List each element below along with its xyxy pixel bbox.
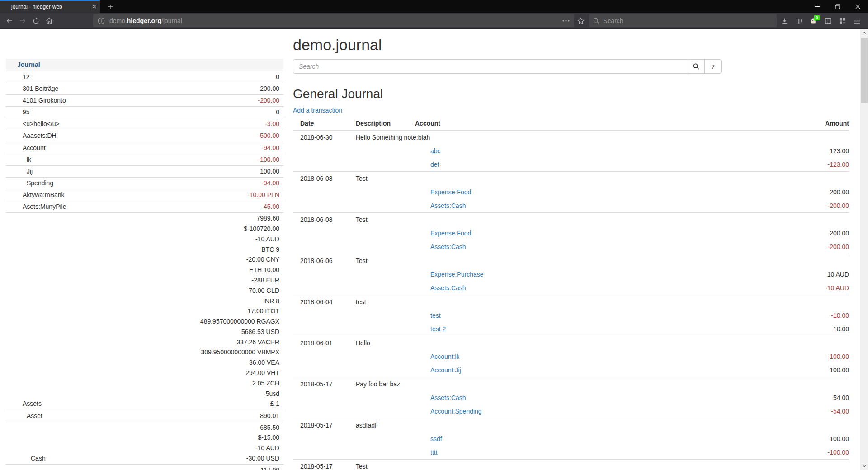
extension-icon[interactable]: 0 [807, 14, 820, 27]
transaction-title-row[interactable]: 2018-06-01Hello [293, 336, 849, 350]
journal-search-button[interactable] [688, 59, 705, 74]
balance-amount: 70.00 GLD [200, 286, 279, 296]
account-row[interactable]: lk-100.00 [6, 154, 283, 166]
close-button[interactable] [848, 0, 868, 13]
account-name[interactable]: 4101 Girokonto [6, 95, 66, 106]
account-row[interactable]: Aaasets:DH-500.00 [6, 130, 283, 142]
posting-row: Assets:Cash-200.00 [293, 199, 849, 212]
account-row[interactable]: -117.00 [6, 465, 283, 470]
transaction-title-row[interactable]: 2018-05-17Test [293, 460, 849, 470]
account-name[interactable]: lk [6, 155, 31, 165]
account-row[interactable]: 950 [6, 107, 283, 118]
posting-account-link[interactable]: Account:Jij [430, 367, 461, 374]
posting-account-link[interactable]: Expense:Food [430, 230, 471, 237]
account-name[interactable]: Cash [6, 453, 46, 464]
sidebar-toggle-icon[interactable] [821, 14, 835, 27]
posting-account-link[interactable]: ssdf [430, 435, 442, 442]
posting-account-link[interactable]: Assets:Cash [430, 202, 466, 209]
transaction-title-row[interactable]: 2018-06-08Test [293, 172, 849, 185]
toolbar-search-field[interactable]: Search [589, 14, 777, 27]
account-name[interactable]: Spending [6, 178, 53, 188]
scrollbar-thumb[interactable] [861, 38, 868, 103]
site-info-icon[interactable] [98, 17, 105, 24]
posting-account-link[interactable]: abc [430, 147, 441, 155]
account-row[interactable]: Spending-94.00 [6, 178, 283, 189]
add-transaction-link[interactable]: Add a transaction [293, 107, 342, 114]
new-tab-button[interactable] [104, 0, 118, 13]
tab-close-icon[interactable] [92, 5, 96, 9]
balance-amount: BTC 9 [200, 244, 279, 255]
account-row[interactable]: 4101 Girokonto-200.00 [6, 95, 283, 107]
posting-account-link[interactable]: Assets:Cash [430, 243, 466, 250]
account-name[interactable]: 301 Beiträge [6, 84, 58, 94]
scroll-down-icon[interactable] [860, 462, 868, 470]
menu-hamburger-icon[interactable] [850, 14, 863, 27]
transaction-title-row[interactable]: 2018-06-04test [293, 295, 849, 309]
page-scrollbar[interactable] [860, 29, 868, 470]
account-row[interactable]: Account-94.00 [6, 142, 283, 154]
tiles-addon-icon[interactable] [835, 14, 849, 27]
account-name[interactable]: Assets [6, 399, 42, 409]
posting-account-link[interactable]: Assets:Cash [430, 394, 466, 401]
account-row[interactable]: Asset890.01 [6, 410, 283, 422]
balance-amount: 0 [276, 72, 279, 82]
account-row[interactable]: 301 Beiträge200.00 [6, 83, 283, 95]
restore-button[interactable] [827, 0, 848, 13]
posting-account-link[interactable]: Expense:Purchase [430, 271, 484, 278]
posting-amount: 54.00 [705, 393, 849, 402]
reload-button[interactable] [29, 14, 42, 27]
search-help-button[interactable]: ? [704, 59, 722, 74]
account-row[interactable]: Cash685.50$-15.00-10 AUD-30.00 USD [6, 422, 283, 465]
transaction-title-row[interactable]: 2018-05-17Pay foo bar baz [293, 377, 849, 391]
account-row[interactable]: Aktywa:mBank-10.00 PLN [6, 189, 283, 201]
balance-amount: 2.05 ZCH [200, 378, 279, 389]
account-name[interactable]: 12 [6, 72, 30, 82]
minimize-button[interactable] [807, 0, 827, 13]
posting-account-link[interactable]: def [430, 161, 439, 168]
home-button[interactable] [42, 14, 56, 27]
posting-account-link[interactable]: tttt [430, 449, 438, 456]
transaction-title-row[interactable]: 2018-05-17asdfadf [293, 418, 849, 432]
posting-account-link[interactable]: Account:lk [430, 353, 460, 360]
account-name[interactable]: Jij [6, 166, 33, 177]
account-balance: -10.00 PLN [247, 190, 283, 200]
transaction-title-row[interactable]: 2018-06-30Hello Something note:blah [293, 131, 849, 144]
account-name[interactable]: Aaasets:DH [6, 131, 57, 141]
journal-link[interactable]: Journal [17, 61, 40, 68]
account-name[interactable]: Account [6, 143, 46, 153]
page-actions-icon[interactable] [562, 20, 570, 22]
forward-button[interactable] [16, 14, 29, 27]
posting-account-link[interactable]: test [430, 312, 441, 319]
account-name[interactable]: <u>hello</u> [6, 119, 60, 129]
posting-account-link[interactable]: Assets:Cash [430, 284, 466, 291]
bookmark-star-icon[interactable] [574, 14, 587, 27]
sidebar-item-journal[interactable]: Journal [6, 59, 283, 71]
account-row[interactable]: Assets7989.60$-100720.00-10 AUDBTC 9-20.… [6, 213, 283, 410]
browser-tab[interactable]: journal - hledger-web [0, 0, 100, 13]
account-name[interactable]: Asset [6, 411, 42, 421]
account-name[interactable]: Asets:MunyPile [6, 202, 66, 212]
transaction-title-row[interactable]: 2018-06-06Test [293, 254, 849, 268]
downloads-icon[interactable] [778, 14, 791, 27]
account-balance: -3.00 [265, 119, 283, 129]
account-row[interactable]: 120 [6, 71, 283, 83]
transaction-title-row[interactable]: 2018-06-08Test [293, 213, 849, 226]
account-row[interactable]: Asets:MunyPile-45.00 [6, 201, 283, 213]
library-icon[interactable] [792, 14, 806, 27]
posting-account-link[interactable]: Expense:Food [430, 188, 471, 196]
posting-account-link[interactable]: test 2 [430, 325, 446, 333]
account-name[interactable]: Aktywa:mBank [6, 190, 65, 200]
account-name[interactable]: 95 [6, 107, 30, 118]
account-row[interactable]: Jij100.00 [6, 166, 283, 178]
url-bar[interactable]: demo.hledger.org/journal [93, 14, 574, 27]
posting-row: ssdf100.00 [293, 432, 849, 446]
page-content: Journal 120301 Beiträge200.004101 Giroko… [0, 29, 868, 470]
posting-row: tttt-100.00 [293, 446, 849, 459]
back-button[interactable] [3, 14, 16, 27]
scroll-up-icon[interactable] [860, 29, 868, 37]
posting-amount: 10 AUD [705, 270, 849, 279]
account-row[interactable]: <u>hello</u>-3.00 [6, 118, 283, 130]
balance-amount: -5usd [200, 389, 279, 399]
journal-search-input[interactable] [293, 59, 688, 74]
posting-account-link[interactable]: Account:Spending [430, 408, 482, 415]
